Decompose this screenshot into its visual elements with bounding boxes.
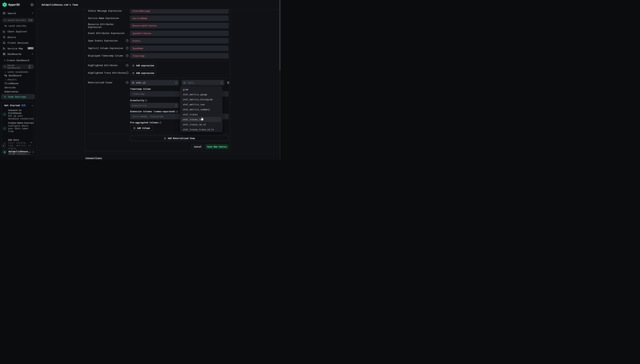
select-chevrons-icon xyxy=(221,81,222,84)
sidebar-item-clickhouse[interactable]: ClickHouse xyxy=(5,82,19,85)
dropdown-option[interactable]: otel_metrics_sum xyxy=(180,102,222,107)
granularity-select[interactable]: Granularity xyxy=(130,103,179,108)
no-saved-searches: No saved searches xyxy=(5,25,27,27)
field-label: Service Name Expression xyxy=(88,17,126,20)
help-icon[interactable]: ? xyxy=(159,122,161,124)
lightning-icon: ⚡ xyxy=(4,3,6,6)
materialized-view-select[interactable]: otel_v2 xyxy=(130,80,179,86)
help-icon[interactable]: ? xyxy=(126,64,129,67)
delete-materialized-view-button[interactable] xyxy=(227,81,230,84)
help-icon[interactable]: ? xyxy=(176,111,178,113)
laptop-icon xyxy=(3,41,6,44)
step-title: Connect to ClickHouse xyxy=(8,109,34,114)
check-circle-icon xyxy=(3,127,6,130)
scrollbar-thumb[interactable] xyxy=(279,0,280,70)
page-title: dale@clickhouse.com's Team xyxy=(42,4,78,6)
dropdown-option[interactable]: otel_traces_trace_id_ts xyxy=(180,127,222,132)
chevron-up-icon[interactable] xyxy=(32,12,34,14)
team-settings-label: Team Settings xyxy=(8,96,26,98)
check-circle-icon xyxy=(3,113,6,116)
span-events-expression-input[interactable]: Events xyxy=(130,38,228,44)
table-placeholder: Table xyxy=(187,81,194,84)
help-icon[interactable]: ? xyxy=(126,54,129,57)
sidebar-item-service-map[interactable]: Service Map xyxy=(3,47,23,50)
saved-searches-input[interactable]: Saved Searches ⌘ K xyxy=(2,18,34,22)
add-materialized-view-button[interactable]: Add Materialized View xyxy=(130,136,228,141)
save-new-source-button[interactable]: Save New Source xyxy=(205,144,228,149)
user-card[interactable]: D dale@clickhouse.… dale@clickhouse.c… xyxy=(2,149,35,155)
sidebar-item-label: Search xyxy=(8,12,16,15)
field-label: Implicit Column Expression xyxy=(88,47,126,50)
sidebar-item-alerts[interactable]: Alerts xyxy=(3,36,16,39)
sidebar-item-services[interactable]: Services xyxy=(5,86,16,89)
field-placeholder: ServiceName, StatusCode xyxy=(132,115,163,118)
chevron-right-icon xyxy=(32,151,34,153)
step-desc: Set up your database connection xyxy=(8,114,34,120)
dropdown-option[interactable]: gram xyxy=(180,87,222,92)
add-column-button[interactable]: Add Column xyxy=(130,125,153,131)
field-label: Materialized Views xyxy=(88,81,126,84)
chevron-up-icon[interactable] xyxy=(32,53,34,55)
mouse-cursor xyxy=(200,117,203,121)
help-button[interactable]: ? xyxy=(2,144,6,148)
sidebar-item-client-sessions[interactable]: Client Sessions xyxy=(3,41,29,44)
search-placeholder: Saved Dashboards xyxy=(8,64,27,69)
bell-icon xyxy=(3,36,6,38)
get-started-title: Get Started xyxy=(4,104,20,107)
field-value: ServiceName xyxy=(132,17,147,20)
resource-attributes-expression-input[interactable]: ResourceAttributes xyxy=(130,23,228,28)
sub-label: Timestamp Column xyxy=(130,88,151,90)
sidebar: ⚡ HyperDX Search Saved Searches ⌘ K No s… xyxy=(0,0,36,160)
sidebar-item-chart-explorer[interactable]: Chart Explorer xyxy=(3,30,27,33)
dropdown-option[interactable]: otel_metrics_summary xyxy=(180,107,222,112)
kbd-shortcut: ⌘ K xyxy=(28,19,33,22)
cancel-button[interactable]: Cancel xyxy=(192,144,204,149)
field-label: Event Attributes Expression xyxy=(88,32,126,35)
service-name-expression-input[interactable]: ServiceName xyxy=(130,16,228,21)
add-expression-button[interactable]: Add expression xyxy=(130,63,156,68)
dropdown-option[interactable]: otel_traces xyxy=(180,112,222,117)
get-started-step[interactable]: Create Data Sources Configure where your… xyxy=(8,122,34,133)
sidebar-item-dashboards[interactable]: Dashboards xyxy=(3,52,22,56)
beta-badge: BETA xyxy=(27,47,34,50)
help-icon[interactable]: ? xyxy=(126,39,129,42)
help-icon[interactable]: ? xyxy=(126,47,129,50)
get-started-step[interactable]: Add Data Start sending logs, metrics, or… xyxy=(8,138,33,150)
event-attributes-expression-input[interactable]: SpanAttributes xyxy=(130,30,228,36)
step-title: Add Data xyxy=(8,138,33,142)
network-icon xyxy=(3,47,6,50)
grid-icon xyxy=(3,52,6,56)
dropdown-option[interactable]: otel_metrics_gauge xyxy=(180,92,222,97)
sidebar-item-label: Dashboards xyxy=(8,53,22,56)
scrollbar[interactable] xyxy=(279,0,281,160)
add-expression-button[interactable]: Add expression xyxy=(130,70,156,76)
materialized-table-select[interactable]: Table xyxy=(181,80,224,86)
sidebar-item-kubernetes[interactable]: Kubernetes xyxy=(5,90,19,93)
app-name: HyperDX xyxy=(9,3,20,6)
get-started-step[interactable]: Connect to ClickHouse Set up your databa… xyxy=(8,109,34,120)
hyperdx-logo[interactable]: ⚡ xyxy=(2,2,7,7)
dropdown-option[interactable]: otel_metrics_histogram xyxy=(180,97,222,102)
sidebar-item-my-dashboard[interactable]: My Dashboard xyxy=(5,74,21,77)
plus-circle-icon xyxy=(133,127,136,130)
step-desc: Configure where your data comes from xyxy=(8,124,34,133)
displayed-timestamp-column-input[interactable]: Timestamp xyxy=(130,53,228,58)
search-icon xyxy=(4,66,6,68)
section-presets[interactable]: PRESETS xyxy=(5,79,17,81)
plus-circle-icon xyxy=(132,72,135,74)
section-saved-dashboards[interactable]: SAVED DASHBOARDS xyxy=(5,71,29,73)
help-icon[interactable]: ? xyxy=(126,81,129,84)
dropdown-option[interactable]: otel_traces_1m_v2 xyxy=(180,122,222,127)
help-icon[interactable]: ? xyxy=(145,100,147,102)
collapse-sidebar-icon[interactable] xyxy=(31,3,34,6)
sidebar-item-search[interactable]: Search xyxy=(3,12,16,15)
help-icon[interactable]: ? xyxy=(126,72,129,74)
arrow-right-icon[interactable]: → xyxy=(30,141,32,144)
saved-dashboards-input[interactable]: Saved Dashboards ⌘ K xyxy=(2,64,34,69)
user-email: dale@clickhouse.c… xyxy=(9,153,30,155)
create-dashboard-link[interactable]: + Create Dashboard xyxy=(4,59,29,62)
implicit-column-expression-input[interactable]: SpanName xyxy=(130,46,228,51)
chevron-up-icon[interactable] xyxy=(31,104,33,107)
database-icon xyxy=(132,82,134,84)
sidebar-item-team-settings[interactable]: Team Settings xyxy=(1,94,35,100)
